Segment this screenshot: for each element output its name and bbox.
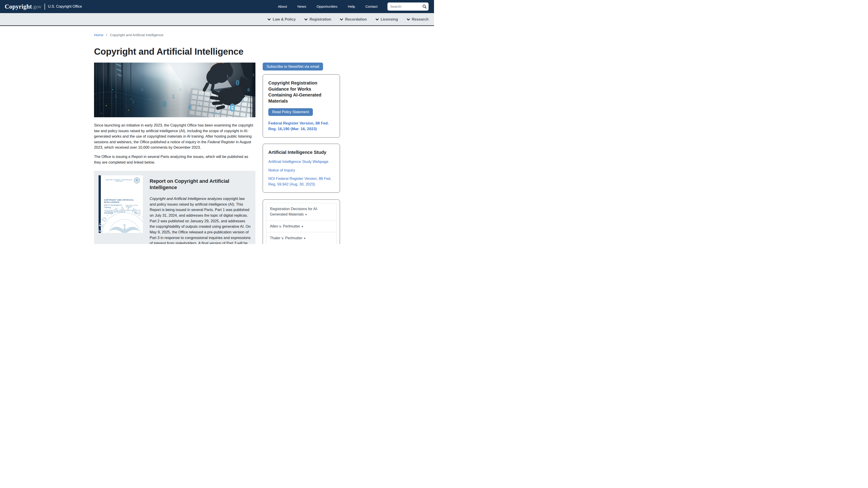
noi-federal-register-link[interactable]: NOI Federal Register Version, 88 Fed. Re… bbox=[268, 176, 334, 187]
breadcrumb-separator: / bbox=[106, 33, 107, 37]
logo-divider bbox=[44, 4, 45, 10]
registration-guidance-card: Copyright Registration Guidance for Work… bbox=[263, 74, 340, 138]
breadcrumb-home-link[interactable]: Home bbox=[94, 33, 103, 37]
page-title: Copyright and Artificial Intelligence bbox=[94, 46, 340, 57]
topnav-link-about[interactable]: About bbox=[278, 4, 287, 8]
report-card: UNITED STATES COPYRIGHT OFFICE Copyright… bbox=[94, 171, 255, 244]
logo-gov-text: .gov bbox=[32, 4, 41, 10]
topnav-link-help[interactable]: Help bbox=[348, 4, 355, 8]
caret-down-icon: ▾ bbox=[305, 213, 307, 216]
topnav-link-news[interactable]: News bbox=[298, 4, 306, 8]
hero-image: 010101010101010101 bbox=[94, 63, 255, 117]
report-cover-office-line: UNITED STATES COPYRIGHT OFFICE bbox=[105, 179, 133, 182]
accordion-item-thaler-v-perlmutter[interactable]: Thaler v. Perlmutter▾ bbox=[266, 232, 337, 244]
nav-item-registration[interactable]: Registration bbox=[304, 17, 331, 22]
report-cover-thumbnail[interactable]: UNITED STATES COPYRIGHT OFFICE Copyright… bbox=[98, 175, 143, 233]
watermark-seal: TED·STATES·COPYR bbox=[98, 201, 143, 233]
chevron-down-icon bbox=[268, 18, 271, 21]
topnav-links: About News Opportunities Help Contact bbox=[278, 4, 377, 8]
read-policy-statement-button[interactable]: Read Policy Statement bbox=[268, 108, 313, 116]
nav-item-recordation[interactable]: Recordation bbox=[340, 17, 367, 22]
secondary-navbar: Law & Policy Registration Recordation Li… bbox=[0, 13, 434, 26]
intro-paragraph-1: Since launching an initiative in early 2… bbox=[94, 123, 255, 150]
nav-item-law-policy[interactable]: Law & Policy bbox=[268, 17, 296, 22]
site-logo[interactable]: Copyright .gov U.S. Copyright Office bbox=[5, 3, 82, 10]
caret-down-icon: ▾ bbox=[302, 225, 303, 228]
breadcrumb: Home / Copyright and Artificial Intellig… bbox=[94, 33, 340, 37]
logo-copyright-text: Copyright bbox=[5, 3, 32, 10]
notice-of-inquiry-link[interactable]: Notice of Inquiry bbox=[268, 167, 334, 173]
guidance-card-heading: Copyright Registration Guidance for Work… bbox=[268, 80, 334, 104]
chevron-down-icon bbox=[407, 18, 410, 21]
nav-item-research[interactable]: Research bbox=[407, 17, 429, 22]
search-box bbox=[388, 2, 429, 11]
accordion-item-allen-v-perlmutter[interactable]: Allen v. Perlmutter▾ bbox=[266, 220, 337, 232]
search-icon[interactable] bbox=[423, 4, 427, 8]
intro-paragraph-2: The Office is issuing a Report in severa… bbox=[94, 154, 255, 165]
caret-down-icon: ▾ bbox=[304, 236, 306, 240]
top-navbar: Copyright .gov U.S. Copyright Office Abo… bbox=[0, 0, 434, 13]
ai-study-webpage-link[interactable]: Artificial Intelligence Study Webpage bbox=[268, 159, 334, 164]
breadcrumb-current: Copyright and Artificial Intelligence bbox=[110, 33, 163, 37]
chevron-down-icon bbox=[340, 18, 343, 21]
report-body: Copyright and Artificial Intelligence an… bbox=[150, 196, 251, 244]
ai-study-card: Artificial Intelligence Study Artificial… bbox=[263, 144, 340, 193]
copyright-office-seal-icon bbox=[134, 177, 140, 184]
chevron-down-icon bbox=[304, 18, 308, 21]
accordion-item-registration-decisions[interactable]: Registration Decisions for AI-Generated … bbox=[266, 203, 337, 221]
federal-register-guidance-link[interactable]: Federal Register Version, 88 Fed. Reg. 1… bbox=[268, 121, 334, 132]
chevron-down-icon bbox=[375, 18, 379, 21]
logo-tagline: U.S. Copyright Office bbox=[48, 4, 82, 8]
topnav-link-contact[interactable]: Contact bbox=[366, 4, 377, 8]
resources-accordion-card: Registration Decisions for AI-Generated … bbox=[263, 199, 340, 244]
subscribe-newsnet-button[interactable]: Subscribe to NewsNet via email bbox=[263, 63, 323, 70]
topnav-link-opportunities[interactable]: Opportunities bbox=[316, 4, 337, 8]
study-card-heading: Artificial Intelligence Study bbox=[268, 149, 334, 156]
report-heading: Report on Copyright and Artificial Intel… bbox=[150, 178, 251, 191]
nav-item-licensing[interactable]: Licensing bbox=[375, 17, 398, 22]
